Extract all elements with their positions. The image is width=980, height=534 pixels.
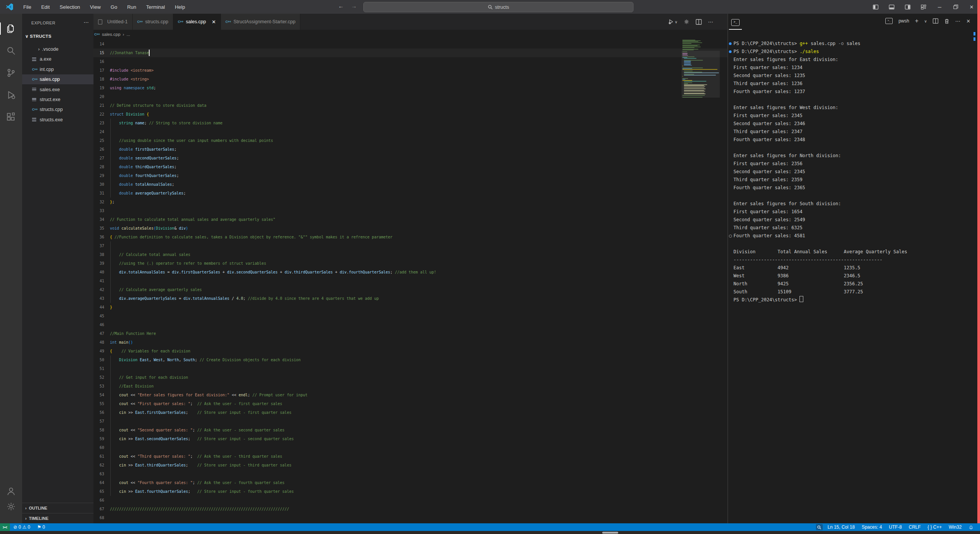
cpp-file-icon: C++ [137, 20, 143, 24]
kill-terminal-icon[interactable] [944, 18, 949, 24]
explorer-icon[interactable] [5, 23, 17, 35]
terminal-more-actions-icon[interactable]: ⋯ [955, 18, 961, 24]
terminal-profile-dropdown-icon[interactable]: ∨ [924, 19, 927, 23]
history-back-icon[interactable]: ← [338, 3, 344, 9]
timeline-section[interactable]: › TIMELINE [22, 513, 93, 523]
breadcrumb[interactable]: C++ sales.cpp › ... [93, 30, 727, 39]
terminal-output[interactable]: PS D:\CPP_2024\structs> g++ sales.cpp -o… [728, 40, 977, 523]
search-text: structs [495, 5, 509, 10]
status-platform[interactable]: Win32 [945, 524, 965, 530]
tab-StructAssignment-Starter.cpp[interactable]: C++StructAssignment-Starter.cpp [221, 14, 301, 30]
status-cursor-position[interactable]: Ln 15, Col 18 [824, 524, 858, 530]
code-line-25: 25 //using double since the user can inp… [93, 136, 727, 145]
minimize-icon[interactable]: ─ [936, 4, 943, 10]
menu-go[interactable]: Go [106, 4, 122, 10]
tab-Untitled-1[interactable]: Untitled-1 [93, 14, 133, 30]
file-row-sales.cpp[interactable]: C++sales.cpp [22, 74, 93, 84]
terminal-line: West 9386 2346.5 [728, 272, 977, 280]
cpp-file-icon: C++ [32, 77, 40, 81]
code-line-46: 46 [93, 320, 727, 329]
folder-section-header[interactable]: ∨ STRUCTS [25, 34, 52, 39]
terminal-line: PS D:\CPP_2024\structs> ./sales [728, 48, 977, 56]
close-tab-icon[interactable]: ✕ [212, 19, 216, 25]
file-label: .vscode [42, 47, 58, 52]
file-row-int.cpp[interactable]: C++int.cpp [22, 64, 93, 74]
outline-section[interactable]: › OUTLINE [22, 503, 93, 513]
status-eol[interactable]: CRLF [905, 524, 924, 530]
history-forward-icon[interactable]: → [351, 3, 357, 9]
split-terminal-icon[interactable] [933, 18, 938, 24]
terminal-tab-icon[interactable]: >_ [731, 19, 740, 26]
settings-gear-icon[interactable] [5, 500, 17, 513]
remote-indicator[interactable]: >< [0, 523, 10, 531]
status-encoding[interactable]: UTF-8 [885, 524, 905, 530]
menu-terminal[interactable]: Terminal [141, 4, 170, 10]
menu-run[interactable]: Run [122, 4, 141, 10]
file-row-structs.cpp[interactable]: C++structs.cpp [22, 105, 93, 114]
gear-icon[interactable] [683, 19, 690, 25]
code-line-41: 41 [93, 277, 727, 285]
toggle-secondary-sidebar-icon[interactable] [904, 4, 911, 10]
code-line-48: 48int main() [93, 338, 727, 347]
account-icon[interactable] [5, 485, 17, 497]
code-line-60: 60 [93, 443, 727, 452]
menu-help[interactable]: Help [170, 4, 190, 10]
menu-view[interactable]: View [85, 4, 106, 10]
code-line-14: 14 [93, 40, 727, 48]
cpp-file-icon: C++ [94, 32, 100, 36]
command-center-search[interactable]: structs [363, 2, 633, 12]
terminal-line: Enter sales figures for South division: [728, 200, 977, 208]
taskbar-pill [602, 532, 618, 534]
code-line-32: 32}; [93, 198, 727, 206]
more-actions-icon[interactable]: ⋯ [708, 19, 713, 25]
file-row-.vscode[interactable]: ›.vscode [22, 44, 93, 54]
terminal-line: First quarter sales: 1654 [728, 208, 977, 216]
file-row-structs.exe[interactable]: structs.exe [22, 115, 93, 125]
terminal-line: Enter sales figures for North division: [728, 152, 977, 160]
tab-sales.cpp[interactable]: C++sales.cpp✕ [173, 14, 221, 30]
split-editor-icon[interactable] [696, 19, 702, 25]
run-debug-button[interactable]: ∨ [668, 19, 677, 25]
status-ports[interactable]: ⚑ 0 [34, 524, 48, 530]
minimap[interactable] [682, 40, 720, 131]
terminal-line: Division Total Annual Sales Average Quar… [728, 248, 977, 256]
code-line-38: 38 // Calculate total annual sales [93, 250, 727, 259]
toggle-panel-icon[interactable] [888, 4, 895, 10]
code-line-51: 51 [93, 364, 727, 373]
close-panel-icon[interactable]: ✕ [966, 18, 970, 24]
code-line-53: 53 //East Division [93, 382, 727, 391]
tab-structs.cpp[interactable]: C++structs.cpp [133, 14, 173, 30]
search-icon[interactable] [5, 45, 17, 57]
status-problems[interactable]: ⊘ 0 ⚠ 0 [10, 524, 34, 530]
menu-selection[interactable]: Selection [55, 4, 85, 10]
extensions-icon[interactable] [5, 111, 17, 123]
run-debug-icon[interactable] [5, 89, 17, 101]
breadcrumb-file[interactable]: sales.cpp [102, 32, 121, 37]
status-indentation[interactable]: Spaces: 4 [858, 524, 885, 530]
notifications-bell-icon[interactable] [965, 525, 977, 530]
code-editor[interactable]: 1415//Jonathan Tanase1617#include <iostr… [93, 39, 727, 523]
customize-layout-icon[interactable] [920, 4, 927, 10]
status-language-mode[interactable]: { } C++ [924, 524, 945, 530]
explorer-more-actions-icon[interactable]: ⋯ [84, 19, 89, 25]
menu-file[interactable]: File [18, 4, 36, 10]
code-line-42: 42 // Calculate average quarterly sales [93, 285, 727, 294]
code-line-24: 24 [93, 127, 727, 136]
close-window-icon[interactable]: ✕ [969, 4, 975, 10]
file-row-sales.exe[interactable]: sales.exe [22, 85, 93, 95]
menu-edit[interactable]: Edit [36, 4, 55, 10]
breadcrumb-more[interactable]: ... [126, 32, 130, 37]
file-row-a.exe[interactable]: a.exe [22, 54, 93, 64]
magnifier-icon[interactable] [816, 524, 823, 530]
source-control-icon[interactable] [5, 67, 17, 79]
file-row-struct.exe[interactable]: struct.exe [22, 95, 93, 105]
toggle-sidebar-icon[interactable] [872, 4, 878, 10]
file-label: structs.cpp [40, 107, 63, 112]
terminal-panel[interactable]: >_ >_ pwsh + ∨ ⋯ ✕ PS D:\CPP_2024\struct… [728, 14, 977, 523]
terminal-line: PS D:\CPP_2024\structs> g++ sales.cpp -o… [728, 40, 977, 48]
new-terminal-icon[interactable]: + [915, 18, 918, 24]
menu-bar: FileEditSelectionViewGoRunTerminalHelp [18, 0, 190, 14]
terminal-line: Second quarter sales: 2549 [728, 216, 977, 224]
restore-icon[interactable] [953, 4, 959, 10]
minimap-slider[interactable] [682, 51, 720, 98]
